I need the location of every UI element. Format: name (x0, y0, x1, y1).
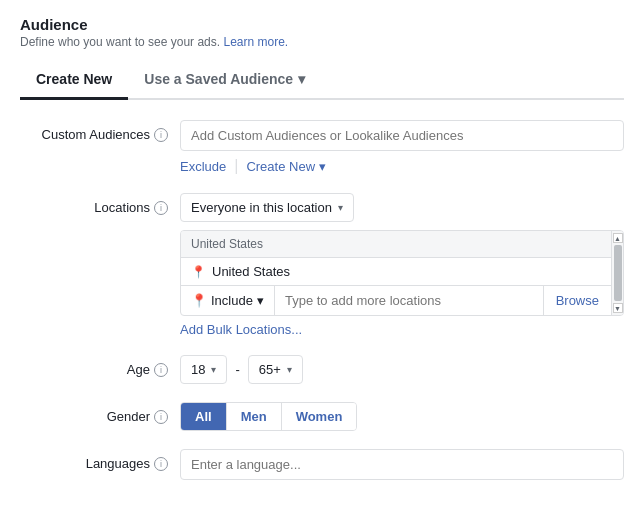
scroll-thumb[interactable] (614, 245, 622, 301)
scroll-up-button[interactable]: ▲ (613, 233, 623, 243)
add-bulk-link[interactable]: Add Bulk Locations... (180, 322, 302, 337)
custom-audiences-control: Exclude | Create New ▾ (180, 120, 624, 175)
include-chevron-icon: ▾ (257, 293, 264, 308)
age-max-chevron-icon: ▾ (287, 364, 292, 375)
locations-control: Everyone in this location ▾ United State… (180, 193, 624, 337)
custom-audiences-input[interactable] (180, 120, 624, 151)
age-dash: - (235, 362, 239, 377)
age-label: Age i (20, 355, 180, 377)
languages-input[interactable] (180, 449, 624, 480)
add-bulk-row: Add Bulk Locations... (180, 322, 624, 337)
age-max-dropdown[interactable]: 65+ ▾ (248, 355, 303, 384)
locations-info-icon[interactable]: i (154, 201, 168, 215)
location-box-header: United States (181, 231, 611, 258)
custom-audiences-info-icon[interactable]: i (154, 128, 168, 142)
age-min-dropdown[interactable]: 18 ▾ (180, 355, 227, 384)
exclude-link[interactable]: Exclude (180, 159, 226, 174)
tab-use-saved[interactable]: Use a Saved Audience (128, 61, 321, 100)
location-include-row: 📍 Include ▾ Browse (181, 285, 611, 315)
create-new-link[interactable]: Create New ▾ (246, 159, 325, 174)
gender-label: Gender i (20, 402, 180, 424)
tabs-container: Create New Use a Saved Audience (20, 61, 624, 100)
languages-control (180, 449, 624, 480)
include-dropdown[interactable]: 📍 Include ▾ (181, 286, 275, 315)
gender-info-icon[interactable]: i (154, 410, 168, 424)
languages-row: Languages i (20, 449, 624, 480)
age-min-chevron-icon: ▾ (211, 364, 216, 375)
age-max-value: 65+ (259, 362, 281, 377)
pipe-divider: | (234, 157, 238, 175)
location-header-text: United States (191, 237, 263, 251)
age-inputs-row: 18 ▾ - 65+ ▾ (180, 355, 624, 384)
locations-row: Locations i Everyone in this location ▾ … (20, 193, 624, 337)
location-item: 📍 United States (181, 258, 611, 285)
location-item-name: United States (212, 264, 290, 279)
scroll-down-button[interactable]: ▼ (613, 303, 623, 313)
location-scrollbar-area: United States 📍 United States 📍 Inclu (181, 231, 623, 315)
age-row: Age i 18 ▾ - 65+ ▾ (20, 355, 624, 384)
section-subtitle: Define who you want to see your ads. Lea… (20, 35, 624, 49)
pin-icon: 📍 (191, 265, 206, 279)
tab-create-new[interactable]: Create New (20, 61, 128, 100)
exclude-create-row: Exclude | Create New ▾ (180, 157, 624, 175)
create-new-label: Create New (246, 159, 315, 174)
age-info-icon[interactable]: i (154, 363, 168, 377)
custom-audiences-row: Custom Audiences i Exclude | Create New … (20, 120, 624, 175)
audience-section: Audience Define who you want to see your… (0, 0, 644, 507)
languages-label: Languages i (20, 449, 180, 471)
tab-use-saved-label: Use a Saved Audience (144, 71, 293, 87)
locations-dropdown-arrow-icon: ▾ (338, 202, 343, 213)
location-scroll-area: 📍 United States (181, 258, 611, 285)
gender-buttons: All Men Women (180, 402, 357, 431)
location-type-input[interactable] (275, 286, 543, 315)
subtitle-text: Define who you want to see your ads. (20, 35, 220, 49)
age-min-value: 18 (191, 362, 205, 377)
locations-dropdown-value: Everyone in this location (191, 200, 332, 215)
locations-dropdown[interactable]: Everyone in this location ▾ (180, 193, 354, 222)
section-title: Audience (20, 16, 624, 33)
locations-label: Locations i (20, 193, 180, 215)
scrollbar-track: ▲ ▼ (611, 231, 623, 315)
pin-small-icon: 📍 (191, 293, 207, 308)
chevron-down-icon (298, 71, 305, 87)
browse-button[interactable]: Browse (543, 286, 611, 315)
gender-men-button[interactable]: Men (227, 403, 282, 430)
gender-women-button[interactable]: Women (282, 403, 357, 430)
location-content: United States 📍 United States 📍 Inclu (181, 231, 611, 315)
learn-more-link[interactable]: Learn more. (223, 35, 288, 49)
gender-row: Gender i All Men Women (20, 402, 624, 431)
gender-control: All Men Women (180, 402, 624, 431)
location-box: United States 📍 United States 📍 Inclu (180, 230, 624, 316)
custom-audiences-label: Custom Audiences i (20, 120, 180, 142)
include-label: Include (211, 293, 253, 308)
age-control: 18 ▾ - 65+ ▾ (180, 355, 624, 384)
gender-all-button[interactable]: All (181, 403, 227, 430)
create-new-chevron-icon: ▾ (319, 159, 326, 174)
languages-info-icon[interactable]: i (154, 457, 168, 471)
